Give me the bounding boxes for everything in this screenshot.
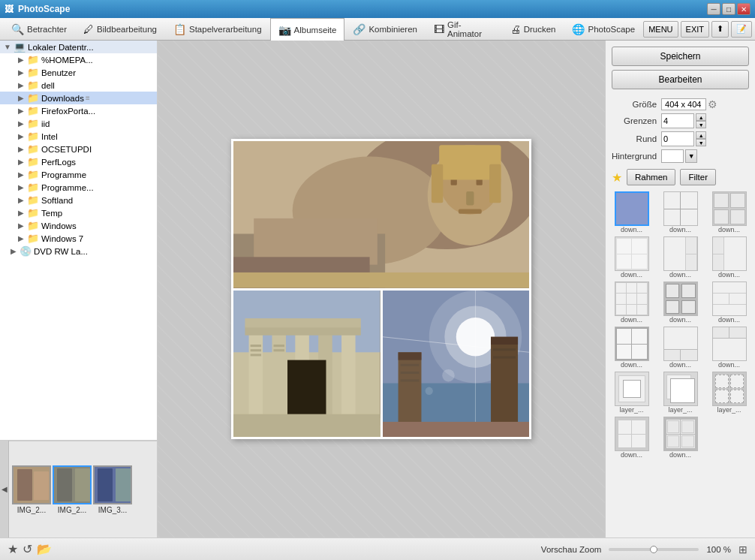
close-button[interactable]: ✕ bbox=[737, 3, 750, 15]
panel-collapse-btn[interactable]: ◀ bbox=[0, 441, 9, 537]
thumbnail-item-2[interactable]: IMG_2... bbox=[53, 465, 92, 514]
tree-item-firefox[interactable]: ▶ 📁 FirefoxPorta... bbox=[0, 104, 157, 117]
tmpl-thumb-15 bbox=[615, 417, 649, 451]
tree-item-temp[interactable]: ▶ 📁 Temp bbox=[0, 206, 157, 219]
expander-firefox[interactable]: ▶ bbox=[15, 107, 27, 115]
tree-item-programme2[interactable]: ▶ 📁 Programme... bbox=[0, 181, 157, 194]
template-item-14[interactable]: layer_... bbox=[706, 372, 752, 414]
drive-icon-dvdrw: 💿 bbox=[20, 245, 32, 257]
thumbnail-item-1[interactable]: IMG_2... bbox=[12, 465, 51, 514]
expander-homepath[interactable]: ▶ bbox=[15, 56, 27, 64]
tab-kombinieren[interactable]: 🔗 Kombinieren bbox=[344, 18, 426, 40]
expander-dvdrw[interactable]: ▶ bbox=[8, 247, 20, 255]
tab-stapelverarbeitung[interactable]: 📋 Stapelverarbeitung bbox=[165, 18, 270, 40]
album-canvas bbox=[231, 139, 531, 439]
template-item-12[interactable]: layer_... bbox=[609, 372, 654, 414]
tree-item-dvdrw[interactable]: ▶ 💿 DVD RW La... bbox=[0, 245, 157, 257]
maximize-button[interactable]: □ bbox=[722, 3, 735, 15]
tab-bildbearbeitung[interactable]: 🖊 Bildbearbeitung bbox=[75, 18, 165, 40]
template-item-6[interactable]: down... bbox=[609, 282, 654, 324]
tree-root[interactable]: ▼ 💻 Lokaler Datentr... bbox=[0, 41, 157, 53]
refresh-status-icon[interactable]: ↺ bbox=[23, 542, 32, 556]
template-item-2[interactable]: down... bbox=[706, 191, 752, 233]
tree-item-windows7[interactable]: ▶ 📁 Windows 7 bbox=[0, 232, 157, 245]
expander-softland[interactable]: ▶ bbox=[15, 196, 27, 204]
tree-item-iid[interactable]: ▶ 📁 iid bbox=[0, 117, 157, 130]
expander-windows[interactable]: ▶ bbox=[15, 221, 27, 230]
betrachter-icon: 🔍 bbox=[11, 23, 24, 35]
template-item-7[interactable]: down... bbox=[657, 282, 703, 324]
tree-item-benutzer[interactable]: ▶ 📁 Benutzer bbox=[0, 66, 157, 79]
template-item-9[interactable]: down... bbox=[609, 327, 654, 369]
expander-perflogs[interactable]: ▶ bbox=[15, 158, 27, 166]
tab-gif[interactable]: 🎞 Gif-Animator bbox=[426, 18, 502, 40]
settings-gear-icon[interactable]: ⚙ bbox=[708, 98, 717, 110]
template-item-13[interactable]: layer_... bbox=[657, 372, 703, 414]
edit-button[interactable]: Bearbeiten bbox=[612, 70, 749, 89]
expander-benutzer[interactable]: ▶ bbox=[15, 68, 27, 77]
zoom-track[interactable] bbox=[609, 548, 699, 551]
template-item-5[interactable]: down... bbox=[706, 236, 752, 278]
tab-photoscape[interactable]: 🌐 PhotoScape bbox=[564, 18, 643, 40]
exit-button[interactable]: EXIT bbox=[681, 21, 709, 38]
expander-ocsetup[interactable]: ▶ bbox=[15, 145, 27, 153]
template-item-1[interactable]: down... bbox=[657, 191, 703, 233]
tab-betrachter[interactable]: 🔍 Betrachter bbox=[3, 18, 75, 40]
template-item-15[interactable]: down... bbox=[609, 417, 654, 459]
color-picker-box[interactable] bbox=[661, 149, 684, 163]
svg-rect-53 bbox=[491, 336, 518, 344]
expander-dell[interactable]: ▶ bbox=[15, 81, 27, 89]
expander-windows7[interactable]: ▶ bbox=[15, 234, 27, 242]
grenzen-input[interactable] bbox=[661, 113, 694, 128]
template-item-3[interactable]: down... bbox=[609, 236, 654, 278]
template-item-11[interactable]: down... bbox=[706, 327, 752, 369]
expander-intel[interactable]: ▶ bbox=[15, 132, 27, 140]
rahmen-button[interactable]: Rahmen bbox=[627, 169, 675, 185]
tmpl-thumb-9 bbox=[615, 327, 649, 361]
tree-item-downloads[interactable]: ▶ 📁 Downloads ≡ bbox=[0, 92, 157, 104]
zoom-percentage: 100 % bbox=[706, 545, 731, 554]
rund-input[interactable] bbox=[661, 131, 694, 146]
template-item-0[interactable]: down... bbox=[609, 191, 654, 233]
filter-button[interactable]: Filter bbox=[680, 169, 716, 185]
rund-down-button[interactable]: ▼ bbox=[696, 139, 706, 146]
menu-button[interactable]: MENU bbox=[643, 21, 678, 38]
blog-button[interactable]: 📝 bbox=[731, 21, 752, 38]
star-status-icon[interactable]: ★ bbox=[8, 542, 18, 556]
zoom-thumb bbox=[650, 546, 657, 553]
tree-item-softland[interactable]: ▶ 📁 Softland bbox=[0, 194, 157, 206]
tmpl-label-16: down... bbox=[669, 451, 691, 459]
expander-temp[interactable]: ▶ bbox=[15, 209, 27, 217]
expander-programme2[interactable]: ▶ bbox=[15, 183, 27, 191]
folder-status-icon[interactable]: 📂 bbox=[37, 542, 52, 556]
tree-item-intel[interactable]: ▶ 📁 Intel bbox=[0, 130, 157, 143]
template-item-4[interactable]: down... bbox=[657, 236, 703, 278]
template-item-10[interactable]: down... bbox=[657, 327, 703, 369]
tree-item-windows[interactable]: ▶ 📁 Windows bbox=[0, 219, 157, 232]
minimize-button[interactable]: ─ bbox=[707, 3, 720, 15]
expander-downloads[interactable]: ▶ bbox=[15, 94, 27, 102]
tab-drucken[interactable]: 🖨 Drucken bbox=[502, 18, 564, 40]
tree-item-programme[interactable]: ▶ 📁 Programme bbox=[0, 168, 157, 181]
star-icon[interactable]: ★ bbox=[612, 170, 622, 185]
expander-programme[interactable]: ▶ bbox=[15, 170, 27, 179]
template-item-8[interactable]: down... bbox=[706, 282, 752, 324]
root-expander[interactable]: ▼ bbox=[2, 43, 14, 51]
expander-iid[interactable]: ▶ bbox=[15, 119, 27, 128]
tree-item-perflogs[interactable]: ▶ 📁 PerfLogs bbox=[0, 155, 157, 168]
update-button[interactable]: ⬆ bbox=[711, 21, 729, 38]
grenzen-down-button[interactable]: ▼ bbox=[696, 121, 706, 128]
photo-svg-1 bbox=[233, 141, 529, 288]
tmpl-label-6: down... bbox=[621, 316, 642, 324]
tree-item-ocsetup[interactable]: ▶ 📁 OCSETUPDI bbox=[0, 143, 157, 155]
color-dropdown-button[interactable]: ▼ bbox=[685, 149, 697, 163]
save-button[interactable]: Speichern bbox=[612, 47, 749, 66]
rund-up-button[interactable]: ▲ bbox=[696, 131, 706, 139]
template-item-16[interactable]: down... bbox=[657, 417, 703, 459]
tab-albumseite[interactable]: 📷 Albumseite bbox=[270, 18, 345, 41]
thumbnail-item-3[interactable]: IMG_3... bbox=[93, 465, 132, 514]
tree-item-dell[interactable]: ▶ 📁 dell bbox=[0, 79, 157, 92]
tree-item-homepath[interactable]: ▶ 📁 %HOMEPA... bbox=[0, 53, 157, 66]
grosse-label: Größe bbox=[612, 100, 657, 109]
grenzen-up-button[interactable]: ▲ bbox=[696, 113, 706, 121]
